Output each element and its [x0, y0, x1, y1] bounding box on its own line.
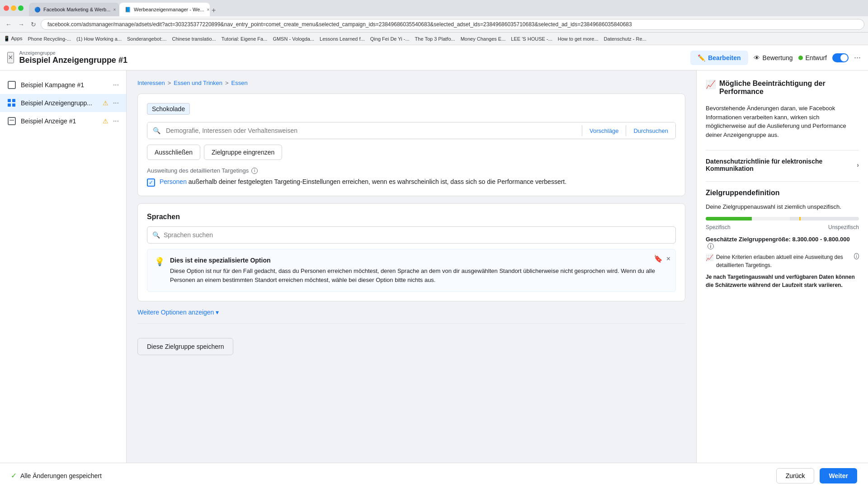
address-bar[interactable]: facebook.com/adsmanager/manage/adsets/ed… — [41, 19, 864, 30]
browser-tab-1[interactable]: 🔵 Facebook Marketing & Werb... × — [29, 3, 119, 16]
targeting-checkbox[interactable]: ✓ — [147, 178, 155, 187]
info-box-wrapper: 💡 Dies ist eine spezialisierte Option Di… — [147, 249, 676, 292]
sidebar-item-ad[interactable]: Beispiel Anzeige #1 ⚠ ··· — [0, 112, 126, 130]
bookmark-apps[interactable]: 📱 Apps — [4, 36, 23, 42]
bookmark-1[interactable]: Phone Recycling-... — [28, 36, 71, 42]
tab2-close[interactable]: × — [207, 7, 210, 12]
main-layout: Beispiel Kampagne #1 ··· Beispiel Anzeig… — [0, 70, 868, 463]
save-audience-button[interactable]: Diese Zielgruppe speichern — [137, 338, 233, 355]
audience-definition-title: Zielgruppendefinition — [706, 189, 859, 197]
sidebar-adgroup-label: Beispiel Anzeigengrupp... — [21, 99, 98, 107]
narrow-button[interactable]: Zielgruppe eingrenzen — [204, 145, 282, 160]
bookmark-12[interactable]: How to get more... — [558, 36, 599, 42]
audience-size-info[interactable]: i — [708, 243, 714, 249]
targeting-note-2: Je nach Targetingauswahl und verfügbaren… — [706, 273, 859, 289]
status-dot — [798, 56, 803, 60]
sidebar-ad-more[interactable]: ··· — [113, 117, 119, 125]
browser-maximize-btn[interactable] — [18, 5, 24, 11]
privacy-title[interactable]: Datenschutzrichtlinie für elektronische … — [706, 158, 859, 172]
tab1-close[interactable]: × — [113, 7, 116, 12]
bookmark-11[interactable]: LEE 'S HOUSE -... — [511, 36, 552, 42]
sidebar-item-adgroup[interactable]: Beispiel Anzeigengrupp... ⚠ ··· — [0, 94, 126, 112]
tab2-favicon: 📘 — [125, 7, 131, 13]
back-nav-btn[interactable]: ← — [4, 19, 14, 30]
sidebar-item-campaign[interactable]: Beispiel Kampagne #1 ··· — [0, 76, 126, 94]
meter-indicator — [799, 217, 801, 221]
tab1-favicon: 🔵 — [34, 7, 41, 13]
bookmark-9[interactable]: The Top 3 Platfo... — [415, 36, 455, 42]
bookmark-4[interactable]: Chinese translatio... — [172, 36, 216, 42]
header-close-button[interactable]: × — [7, 52, 14, 63]
audience-action-buttons: Ausschließen Zielgruppe eingrenzen — [147, 145, 676, 160]
sidebar-adgroup-more[interactable]: ··· — [113, 99, 119, 107]
breadcrumb-item-1[interactable]: Interessen — [137, 80, 165, 86]
browser-tabs: 🔵 Facebook Marketing & Werb... × 📘 Werbe… — [29, 0, 864, 16]
exclude-button[interactable]: Ausschließen — [147, 145, 200, 160]
toggle-switch[interactable] — [832, 53, 849, 62]
performance-title: Mögliche Beeinträchtigung der Performanc… — [719, 80, 859, 96]
languages-card: Sprachen 🔍 💡 Dies ist eine spezialisiert… — [137, 203, 685, 301]
sidebar-ad-label: Beispiel Anzeige #1 — [21, 117, 98, 125]
toggle-knob — [840, 54, 848, 61]
meter-label-right: Unspezifisch — [828, 224, 859, 230]
bookmark-2[interactable]: (1) How Working a... — [76, 36, 122, 42]
targeting-expansion-label: Ausweitung des detaillierten Targetings … — [147, 167, 676, 174]
browser-controls — [4, 5, 24, 11]
targeting-checkbox-link[interactable]: Personen — [160, 178, 187, 185]
info-box-content: Dies ist eine spezialisierte Option Dies… — [170, 257, 668, 284]
bookmark-13[interactable]: Datenschutz - Re... — [604, 36, 646, 42]
browse-button[interactable]: Durchsuchen — [626, 123, 675, 139]
more-options-button[interactable]: Weitere Optionen anzeigen ▾ — [137, 309, 219, 316]
bookmark-6[interactable]: GMSN - Vologda... — [273, 36, 314, 42]
back-button[interactable]: Zurück — [776, 468, 815, 483]
edit-label: Bearbeiten — [708, 54, 741, 61]
footer-status-text: Alle Änderungen gespeichert — [20, 472, 102, 479]
audience-description: Deine Zielgruppenauswahl ist ziemlich un… — [706, 202, 859, 211]
info-box-title: Dies ist eine spezialisierte Option — [170, 257, 668, 264]
header-title-block: Anzeigengruppe Beispiel Anzeigengruppe #… — [19, 50, 127, 65]
right-panel: 📈 Mögliche Beeinträchtigung der Performa… — [696, 70, 868, 463]
info-box-action-buttons: 🔖 × — [654, 254, 670, 263]
browser-close-btn[interactable] — [4, 5, 9, 11]
targeting-expansion-section: Ausweitung des detaillierten Targetings … — [147, 167, 676, 187]
bookmark-7[interactable]: Lessons Learned f... — [320, 36, 365, 42]
bookmark-8[interactable]: Qing Fei De Yi -... — [370, 36, 410, 42]
new-tab-button[interactable]: + — [210, 5, 217, 16]
interest-card: Schokolade 🔍 Vorschläge Durchsuchen — [137, 94, 685, 196]
bookmark-10[interactable]: Money Changes E... — [461, 36, 506, 42]
browser-tab-2[interactable]: 📘 Werbeanzeigenmanager - We... × — [119, 3, 210, 16]
info-box-close-btn[interactable]: × — [666, 254, 670, 263]
interest-tag: Schokolade — [147, 103, 190, 115]
edit-button[interactable]: ✏️ Bearbeiten — [690, 51, 748, 65]
chevron-down-icon: ▾ — [216, 309, 219, 316]
bookmark-3[interactable]: Sonderangebot:... — [127, 36, 166, 42]
review-label: Bewertung — [763, 54, 793, 61]
info-box-bookmark-btn[interactable]: 🔖 — [654, 254, 663, 263]
reload-btn[interactable]: ↻ — [29, 19, 38, 30]
privacy-section: Datenschutzrichtlinie für elektronische … — [706, 150, 859, 172]
browser-minimize-btn[interactable] — [11, 5, 16, 11]
language-search-icon: 🔍 — [152, 231, 160, 239]
review-button[interactable]: 👁 Bewertung — [754, 54, 793, 61]
content-area: Interessen > Essen und Trinken > Essen S… — [127, 70, 696, 463]
bookmark-5[interactable]: Tutorial: Eigene Fa... — [222, 36, 268, 42]
suggestions-button[interactable]: Vorschläge — [582, 123, 626, 139]
targeting-info-icon[interactable]: i — [251, 168, 258, 174]
app-wrapper: × Anzeigengruppe Beispiel Anzeigengruppe… — [0, 45, 868, 488]
interest-search-input[interactable] — [166, 122, 582, 139]
breadcrumb-item-3[interactable]: Essen — [231, 80, 248, 86]
targeting-note-info-icon[interactable]: i — [854, 253, 859, 259]
next-button[interactable]: Weiter — [820, 468, 857, 483]
language-search-input[interactable] — [147, 226, 676, 244]
breadcrumb-item-2[interactable]: Essen und Trinken — [174, 80, 222, 86]
bookmarks-bar: 📱 Apps Phone Recycling-... (1) How Worki… — [0, 33, 868, 45]
header-more-button[interactable]: ··· — [854, 53, 861, 62]
sidebar-campaign-more[interactable]: ··· — [113, 81, 119, 89]
forward-nav-btn[interactable]: → — [16, 19, 26, 30]
audience-size: Geschätzte Zielgruppengröße: 8.300.000 -… — [706, 236, 859, 250]
sidebar-adgroup-warning: ⚠ — [103, 99, 108, 107]
languages-heading: Sprachen — [147, 213, 676, 221]
targeting-checkbox-suffix: außerhalb deiner festgelegten Targeting-… — [189, 178, 566, 185]
header-actions: ✏️ Bearbeiten 👁 Bewertung Entwurf ··· — [690, 51, 861, 65]
header-title: Beispiel Anzeigengruppe #1 — [19, 56, 127, 65]
